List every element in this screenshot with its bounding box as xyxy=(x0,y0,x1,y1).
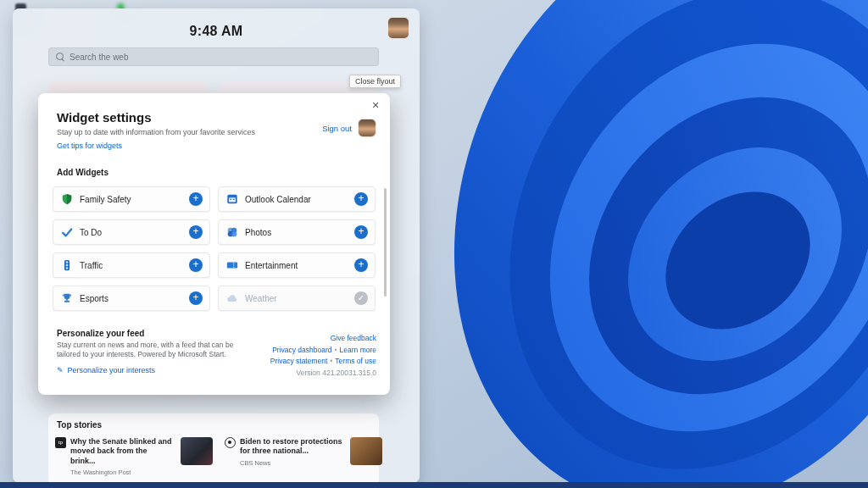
add-widget-button[interactable]: + xyxy=(354,258,368,272)
dialog-title: Widget settings xyxy=(57,110,255,125)
esports-icon xyxy=(60,292,73,305)
widget-tile-label: Outlook Calendar xyxy=(245,195,348,204)
to-do-icon xyxy=(60,226,73,239)
photos-icon xyxy=(225,226,238,239)
bullet-separator: • xyxy=(330,357,332,365)
account-avatar[interactable] xyxy=(358,119,376,137)
personalize-link-row: ✎ Personalize your interests xyxy=(57,366,155,374)
privacy-dashboard-link[interactable]: Privacy dashboard xyxy=(272,346,331,354)
washington-post-icon: tp xyxy=(55,437,66,448)
learn-more-link[interactable]: Learn more xyxy=(340,346,376,354)
widget-tile-traffic: Traffic + xyxy=(53,252,210,278)
panel-clock: 9:48 AM xyxy=(13,24,420,39)
close-icon[interactable]: ✕ xyxy=(368,97,383,113)
bullet-separator: • xyxy=(335,346,337,354)
give-feedback-link[interactable]: Give feedback xyxy=(331,334,376,342)
add-widget-button[interactable]: + xyxy=(189,192,203,206)
personalize-section: Personalize your feed Stay current on ne… xyxy=(57,329,236,360)
widget-tile-esports: Esports + xyxy=(53,286,210,311)
top-stories-heading: Top stories xyxy=(57,420,102,430)
version-label: Version 421.20031.315.0 xyxy=(270,368,376,380)
privacy-statement-link[interactable]: Privacy statement xyxy=(270,357,328,365)
search-input[interactable] xyxy=(70,53,371,62)
dialog-subtitle: Stay up to date with information from yo… xyxy=(57,128,255,136)
news-thumbnail xyxy=(181,437,213,465)
dialog-scrollbar[interactable] xyxy=(384,188,387,297)
widget-tile-weather: Weather ✓ xyxy=(218,286,376,311)
widget-tile-family-safety: Family Safety + xyxy=(53,186,210,212)
top-stories-card: Top stories tp Why the Senate blinked an… xyxy=(48,413,379,483)
dialog-footer: Give feedback Privacy dashboard•Learn mo… xyxy=(270,333,376,379)
taskbar[interactable] xyxy=(0,482,868,488)
news-row: tp Why the Senate blinked and moved back… xyxy=(55,437,382,476)
terms-of-use-link[interactable]: Terms of use xyxy=(335,357,376,365)
news-text: Why the Senate blinked and moved back fr… xyxy=(70,437,174,476)
news-headline: Biden to restore protections for three n… xyxy=(240,437,343,457)
news-source: CBS News xyxy=(240,459,343,467)
add-widget-button[interactable]: + xyxy=(189,258,203,272)
widget-grid: Family Safety + Outlook Calendar + To Do… xyxy=(53,186,376,311)
outlook-calendar-icon xyxy=(225,193,238,206)
widget-added-button[interactable]: ✓ xyxy=(354,291,368,305)
widget-settings-dialog: ✕ Widget settings Stay up to date with i… xyxy=(38,93,390,395)
pencil-icon: ✎ xyxy=(57,366,64,374)
widget-tile-to-do: To Do + xyxy=(53,219,210,245)
add-widget-button[interactable]: + xyxy=(189,225,203,239)
news-item[interactable]: tp Why the Senate blinked and moved back… xyxy=(55,437,213,476)
widget-tile-photos: Photos + xyxy=(218,219,376,245)
get-tips-link[interactable]: Get tips for widgets xyxy=(57,141,122,150)
widget-tile-label: Entertainment xyxy=(245,261,348,270)
widget-tile-label: Traffic xyxy=(80,261,182,270)
widget-tile-entertainment: Entertainment + xyxy=(218,252,376,278)
add-widget-button[interactable]: + xyxy=(189,291,203,305)
family-safety-icon xyxy=(60,193,73,206)
news-headline: Why the Senate blinked and moved back fr… xyxy=(70,437,174,466)
weather-icon xyxy=(225,292,238,305)
entertainment-icon xyxy=(225,259,238,272)
add-widget-button[interactable]: + xyxy=(354,225,368,239)
news-item[interactable]: Biden to restore protections for three n… xyxy=(225,437,382,476)
news-text: Biden to restore protections for three n… xyxy=(240,437,343,476)
cbs-eye-icon xyxy=(225,437,236,448)
web-search-bar[interactable] xyxy=(48,47,379,66)
personalize-heading: Personalize your feed xyxy=(57,329,236,338)
search-icon xyxy=(56,53,64,61)
widget-tile-label: Family Safety xyxy=(80,195,182,204)
personalize-description: Stay current on news and more, with a fe… xyxy=(57,341,236,360)
news-source: The Washington Post xyxy=(70,469,174,476)
widget-tile-outlook-calendar: Outlook Calendar + xyxy=(218,186,376,212)
user-avatar[interactable] xyxy=(387,17,409,39)
widget-tile-label: Photos xyxy=(245,228,348,237)
sign-out-row: Sign out xyxy=(322,119,376,137)
add-widget-button[interactable]: + xyxy=(354,192,368,206)
dialog-header: Widget settings Stay up to date with inf… xyxy=(57,110,255,152)
add-widgets-heading: Add Widgets xyxy=(57,168,108,177)
widgets-panel: 9:48 AM Close flyout ✕ Widget settings S… xyxy=(13,8,420,483)
widget-tile-label: Weather xyxy=(245,294,348,303)
sign-out-link[interactable]: Sign out xyxy=(322,124,352,133)
widget-tile-label: Esports xyxy=(80,294,182,303)
widget-tile-label: To Do xyxy=(80,228,182,237)
close-flyout-tooltip: Close flyout xyxy=(349,75,401,88)
personalize-interests-link[interactable]: Personalize your interests xyxy=(68,366,156,374)
traffic-icon xyxy=(60,259,73,272)
news-thumbnail xyxy=(350,437,382,465)
